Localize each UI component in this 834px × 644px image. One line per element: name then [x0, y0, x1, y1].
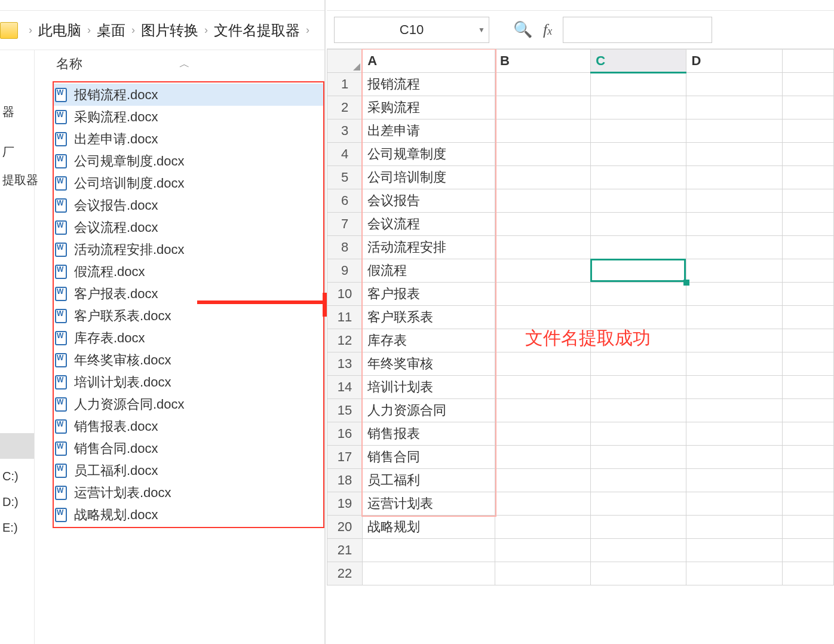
row-header[interactable]: 16 [327, 422, 363, 446]
cell[interactable] [686, 189, 782, 213]
cell[interactable] [591, 469, 686, 492]
cell[interactable] [782, 446, 833, 469]
row-header[interactable]: 5 [327, 166, 363, 189]
cell[interactable] [591, 119, 686, 143]
row-header[interactable]: 19 [327, 492, 363, 516]
cell[interactable] [782, 422, 833, 446]
cell[interactable] [591, 306, 686, 329]
cell[interactable] [686, 539, 782, 562]
file-row[interactable]: 库存表.docx [54, 327, 323, 349]
file-row[interactable]: 运营计划表.docx [54, 482, 323, 504]
cell[interactable]: 人力资源合同 [363, 399, 495, 422]
column-header-C[interactable]: C [591, 50, 686, 73]
cell[interactable] [591, 96, 686, 119]
cell[interactable] [686, 306, 782, 329]
cell[interactable] [686, 469, 782, 492]
row-header[interactable]: 18 [327, 469, 363, 492]
cell[interactable] [686, 446, 782, 469]
row-header[interactable]: 6 [327, 189, 363, 213]
cell[interactable] [591, 166, 686, 189]
file-row[interactable]: 客户联系表.docx [54, 305, 323, 327]
nav-item[interactable] [0, 126, 34, 138]
cell[interactable] [495, 376, 591, 399]
fx-icon[interactable]: fx [543, 21, 552, 39]
cell[interactable] [495, 492, 591, 516]
cell[interactable] [495, 399, 591, 422]
file-row[interactable]: 出差申请.docx [54, 128, 323, 150]
cell[interactable] [495, 259, 591, 283]
cell[interactable] [686, 329, 782, 352]
formula-input[interactable] [563, 17, 712, 43]
cell[interactable] [782, 73, 833, 96]
cell[interactable] [591, 352, 686, 376]
cell[interactable] [591, 213, 686, 236]
cell[interactable] [782, 306, 833, 329]
cell[interactable] [686, 352, 782, 376]
row-header[interactable]: 22 [327, 562, 363, 585]
row-header[interactable]: 15 [327, 399, 363, 422]
cell[interactable] [495, 539, 591, 562]
cell[interactable]: 活动流程安排 [363, 236, 495, 259]
row-header[interactable]: 12 [327, 329, 363, 352]
cell[interactable] [782, 166, 833, 189]
cell[interactable]: 客户报表 [363, 283, 495, 306]
cell[interactable] [782, 283, 833, 306]
cell[interactable] [591, 446, 686, 469]
cell[interactable] [495, 236, 591, 259]
cell[interactable] [495, 562, 591, 585]
column-header-D[interactable]: D [686, 50, 782, 73]
row-header[interactable]: 17 [327, 446, 363, 469]
file-row[interactable]: 年终奖审核.docx [54, 349, 323, 371]
cell[interactable] [686, 376, 782, 399]
cell[interactable] [686, 213, 782, 236]
row-header[interactable]: 9 [327, 259, 363, 283]
cell[interactable]: 运营计划表 [363, 492, 495, 516]
cell[interactable] [782, 96, 833, 119]
cell[interactable] [686, 562, 782, 585]
file-row[interactable]: 人力资源合同.docx [54, 393, 323, 415]
cell[interactable] [591, 329, 686, 352]
column-header-A[interactable]: A [363, 50, 495, 73]
cell[interactable] [686, 73, 782, 96]
cell[interactable] [591, 399, 686, 422]
cell[interactable]: 战略规划 [363, 516, 495, 539]
cell[interactable]: 出差申请 [363, 119, 495, 143]
cell[interactable] [686, 259, 782, 283]
cell[interactable]: 培训计划表 [363, 376, 495, 399]
cell[interactable] [495, 283, 591, 306]
cell[interactable] [495, 96, 591, 119]
row-header[interactable]: 1 [327, 73, 363, 96]
cell[interactable] [591, 143, 686, 166]
grid[interactable]: ABCD1报销流程2采购流程3出差申请4公司规章制度5公司培训制度6会议报告7会… [327, 49, 834, 644]
cell[interactable] [495, 469, 591, 492]
cell[interactable] [782, 189, 833, 213]
cell[interactable] [686, 399, 782, 422]
cell[interactable] [782, 399, 833, 422]
cell[interactable] [686, 283, 782, 306]
file-row[interactable]: 员工福利.docx [54, 459, 323, 482]
cell[interactable] [591, 236, 686, 259]
cell[interactable] [782, 143, 833, 166]
cell[interactable] [363, 562, 495, 585]
cell[interactable] [686, 96, 782, 119]
cell[interactable]: 年终奖审核 [363, 352, 495, 376]
column-header-B[interactable]: B [495, 50, 591, 73]
row-header[interactable]: 14 [327, 376, 363, 399]
cell[interactable] [495, 422, 591, 446]
file-row[interactable]: 销售报表.docx [54, 415, 323, 437]
cell[interactable] [591, 492, 686, 516]
row-header[interactable]: 13 [327, 352, 363, 376]
cell[interactable] [495, 306, 591, 329]
file-row[interactable]: 会议流程.docx [54, 216, 323, 238]
file-row[interactable]: 客户报表.docx [54, 283, 323, 305]
cell[interactable] [686, 236, 782, 259]
nav-item[interactable]: 厂 [0, 138, 34, 166]
zoom-icon[interactable]: 🔍 [513, 20, 532, 39]
column-header-name[interactable]: 名称 ︿ [53, 50, 324, 78]
breadcrumb-desktop[interactable]: 桌面 [97, 21, 125, 40]
cell[interactable] [591, 73, 686, 96]
file-row[interactable]: 战略规划.docx [54, 504, 323, 526]
cell[interactable] [495, 143, 591, 166]
nav-drive-e[interactable]: E:) [0, 515, 34, 541]
cell[interactable] [686, 143, 782, 166]
